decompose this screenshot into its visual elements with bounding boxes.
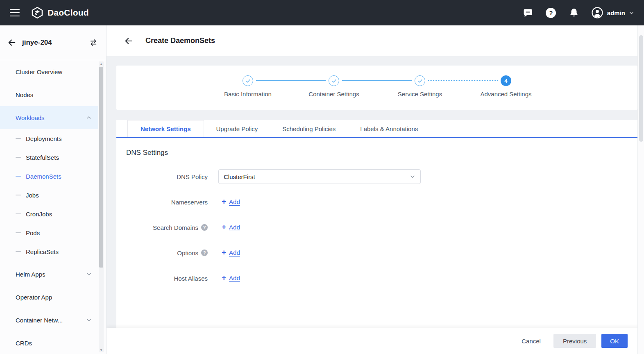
sidebar-item-label: Cluster Overview <box>16 68 62 75</box>
dash-icon <box>16 232 21 233</box>
dash-icon <box>16 138 21 139</box>
tab-label: Scheduling Policies <box>282 125 336 132</box>
sidebar-item-helm-apps[interactable]: Helm Apps <box>0 263 98 286</box>
page-back-icon[interactable] <box>124 36 133 45</box>
tab-upgrade-policy[interactable]: Upgrade Policy <box>204 120 270 137</box>
cluster-name: jinye-204 <box>22 39 83 47</box>
switch-cluster-icon[interactable] <box>89 38 98 47</box>
stepper: Basic Information Container Settings Ser… <box>116 66 637 110</box>
sidebar-item-label: Jobs <box>26 192 39 199</box>
search-domains-add-button[interactable]: + Add <box>222 224 240 231</box>
sidebar-item-daemonsets[interactable]: DaemonSets <box>0 167 98 186</box>
brand-logo[interactable]: DaoCloud <box>31 7 89 19</box>
sidebar-back-icon[interactable] <box>7 38 16 47</box>
cluster-header: jinye-204 <box>0 25 106 60</box>
tab-labels-annotations[interactable]: Labels & Annotations <box>348 120 430 137</box>
search-domains-help-icon[interactable]: ? <box>201 224 208 231</box>
sidebar-item-label: Deployments <box>26 135 62 142</box>
user-menu[interactable]: admin <box>591 7 634 19</box>
sidebar-item-label: Pods <box>26 229 40 236</box>
sidebar-item-deployments[interactable]: Deployments <box>0 129 98 148</box>
step-label: Basic Information <box>224 91 272 98</box>
notifications-icon[interactable] <box>568 7 580 18</box>
avatar-icon <box>591 7 603 19</box>
dash-icon <box>16 251 21 252</box>
step-label: Container Settings <box>308 91 359 98</box>
tab-label: Labels & Annotations <box>360 125 418 132</box>
step-label: Service Settings <box>398 91 442 98</box>
sidebar-item-label: Operator App <box>16 294 52 301</box>
menu-icon[interactable] <box>10 9 20 16</box>
sidebar-item-workloads[interactable]: Workloads <box>0 106 98 129</box>
nameservers-label: Nameservers <box>171 199 208 206</box>
chevron-down-icon <box>86 317 92 323</box>
step-advanced-settings: 4 Advanced Settings <box>463 75 549 110</box>
add-label: Add <box>229 198 240 205</box>
page-title: Create DaemonSets <box>145 36 215 45</box>
page-scrollbar-thumb[interactable] <box>639 35 643 142</box>
dash-icon <box>16 176 21 177</box>
scrollbar-thumb[interactable] <box>99 67 103 268</box>
section-title: DNS Settings <box>126 149 637 157</box>
question-mark-icon: ? <box>546 8 556 18</box>
step-check-icon <box>415 75 425 86</box>
sidebar-item-label: Helm Apps <box>16 271 45 278</box>
plus-icon: + <box>222 248 226 256</box>
sidebar-scrollbar[interactable]: ▲ ▼ <box>99 61 104 352</box>
tab-label: Network Settings <box>141 125 191 132</box>
dash-icon <box>16 213 21 214</box>
sidebar-item-label: StatefulSets <box>26 154 59 161</box>
options-label: Options ? <box>177 250 208 256</box>
add-label: Add <box>229 249 240 256</box>
user-name: admin <box>607 9 625 16</box>
sidebar-item-container-network[interactable]: Container Netw... <box>0 309 98 331</box>
brand-name: DaoCloud <box>48 8 89 18</box>
sidebar-item-cronjobs[interactable]: CronJobs <box>0 204 98 223</box>
messages-icon[interactable] <box>522 7 534 18</box>
page-scrollbar[interactable] <box>637 25 644 354</box>
scroll-up-icon[interactable]: ▲ <box>99 61 104 66</box>
sidebar-item-label: DaemonSets <box>26 173 61 180</box>
sidebar-nav: Cluster Overview Nodes Workloads Deploym… <box>0 60 98 354</box>
dns-settings-form: DNS Settings DNS Policy ClusterFirst Nam… <box>116 138 637 286</box>
sidebar-item-crds[interactable]: CRDs <box>0 331 98 354</box>
scroll-down-icon[interactable]: ▼ <box>99 347 104 352</box>
dns-policy-value: ClusterFirst <box>224 173 255 180</box>
sidebar-item-label: CronJobs <box>26 211 52 218</box>
tab-bar: Network Settings Upgrade Policy Scheduli… <box>116 120 637 138</box>
dns-policy-label: DNS Policy <box>177 173 208 180</box>
options-add-button[interactable]: + Add <box>222 249 240 256</box>
dash-icon <box>16 157 21 158</box>
host-aliases-add-button[interactable]: + Add <box>222 275 240 281</box>
add-label: Add <box>229 224 240 231</box>
sidebar-item-statefulsets[interactable]: StatefulSets <box>0 148 98 167</box>
plus-icon: + <box>222 197 226 205</box>
sidebar-item-label: Workloads <box>16 114 45 121</box>
previous-button[interactable]: Previous <box>553 334 596 348</box>
stepper-card: Basic Information Container Settings Ser… <box>116 66 637 110</box>
tab-scheduling-policies[interactable]: Scheduling Policies <box>270 120 348 137</box>
dash-icon <box>16 195 21 195</box>
ok-button[interactable]: OK <box>601 334 628 348</box>
help-icon[interactable]: ? <box>545 7 557 18</box>
step-check-icon <box>329 75 339 86</box>
plus-icon: + <box>222 223 226 231</box>
sidebar-item-nodes[interactable]: Nodes <box>0 83 98 106</box>
sidebar-item-cluster-overview[interactable]: Cluster Overview <box>0 60 98 83</box>
search-domains-row: Search Domains ? + Add <box>126 220 637 235</box>
options-help-icon[interactable]: ? <box>201 250 208 256</box>
sidebar-item-replicasets[interactable]: ReplicaSets <box>0 242 98 261</box>
chevron-up-icon <box>86 115 92 120</box>
host-aliases-row: Host Aliases + Add <box>126 271 637 286</box>
sidebar-item-operator-app[interactable]: Operator App <box>0 286 98 309</box>
sidebar-item-label: ReplicaSets <box>26 248 59 255</box>
cancel-button[interactable]: Cancel <box>522 338 541 345</box>
sidebar-item-pods[interactable]: Pods <box>0 223 98 242</box>
plus-icon: + <box>222 274 226 281</box>
dns-policy-select[interactable]: ClusterFirst <box>218 169 421 184</box>
step-number: 4 <box>501 75 511 86</box>
sidebar-item-jobs[interactable]: Jobs <box>0 186 98 204</box>
nameservers-add-button[interactable]: + Add <box>222 198 240 205</box>
tab-network-settings[interactable]: Network Settings <box>127 120 204 137</box>
add-label: Add <box>229 275 240 281</box>
